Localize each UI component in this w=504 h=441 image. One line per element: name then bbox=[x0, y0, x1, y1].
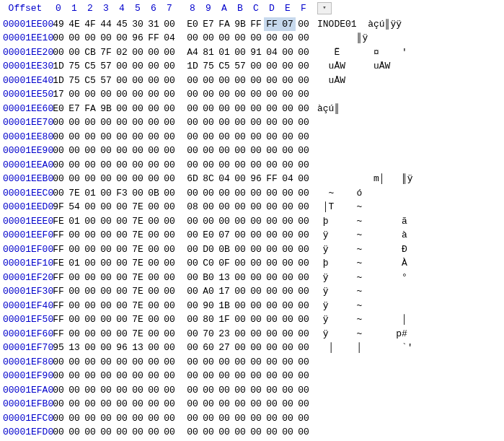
hex-byte[interactable]: 00 bbox=[296, 45, 311, 60]
ascii-cell[interactable]: INODE01 àçú║ÿÿ bbox=[311, 17, 504, 32]
hex-byte[interactable]: 00 bbox=[200, 200, 216, 214]
ascii-cell[interactable]: ÿ ~ Ð bbox=[311, 243, 504, 257]
hex-byte[interactable]: 07 bbox=[216, 228, 232, 243]
hex-byte[interactable]: 00 bbox=[98, 284, 114, 299]
hex-byte[interactable]: 00 bbox=[200, 130, 216, 144]
hex-byte[interactable]: 00 bbox=[66, 271, 82, 285]
hex-byte[interactable]: 00 bbox=[296, 411, 311, 426]
hex-byte[interactable]: 00 bbox=[185, 158, 200, 173]
offset-cell[interactable]: 00001EF50 bbox=[0, 313, 50, 327]
hex-byte[interactable]: 9B bbox=[232, 17, 248, 32]
hex-byte[interactable]: 00 bbox=[232, 425, 248, 440]
hex-byte[interactable]: 7E bbox=[130, 214, 146, 229]
hex-byte[interactable]: 00 bbox=[232, 102, 248, 116]
hex-byte[interactable]: E0 bbox=[50, 102, 66, 116]
hex-byte[interactable]: 00 bbox=[98, 31, 114, 45]
hex-byte[interactable]: B0 bbox=[200, 271, 216, 285]
hex-byte[interactable]: 00 bbox=[114, 158, 130, 173]
hex-byte[interactable]: 00 bbox=[296, 87, 311, 102]
hex-byte[interactable]: 00 bbox=[248, 299, 264, 313]
hex-byte[interactable]: 00 bbox=[114, 271, 130, 285]
hex-byte[interactable]: 00 bbox=[264, 327, 280, 341]
hex-byte[interactable]: 00 bbox=[280, 243, 296, 257]
hex-byte[interactable]: 00 bbox=[248, 228, 264, 243]
hex-byte[interactable]: 00 bbox=[200, 158, 216, 173]
hex-byte[interactable]: 00 bbox=[162, 397, 177, 411]
hex-byte[interactable]: 00 bbox=[146, 341, 162, 355]
hex-byte[interactable]: 00 bbox=[114, 31, 130, 45]
hex-byte[interactable]: 91 bbox=[248, 45, 264, 60]
hex-byte[interactable]: 00 bbox=[146, 397, 162, 411]
hex-byte[interactable]: 04 bbox=[216, 172, 232, 186]
offset-cell[interactable]: 00001EE60 bbox=[0, 102, 50, 116]
hex-byte[interactable]: 4E bbox=[66, 17, 82, 32]
hex-byte[interactable]: 00 bbox=[200, 102, 216, 116]
hex-byte[interactable]: 00 bbox=[296, 271, 311, 285]
hex-byte[interactable]: E7 bbox=[200, 17, 216, 32]
hex-byte[interactable]: 00 bbox=[98, 313, 114, 327]
hex-byte[interactable]: 80 bbox=[200, 313, 216, 327]
hex-byte[interactable]: FF bbox=[50, 228, 66, 243]
hex-byte[interactable]: E7 bbox=[66, 102, 82, 116]
hex-byte[interactable]: 00 bbox=[280, 355, 296, 370]
hex-byte[interactable]: 00 bbox=[146, 411, 162, 426]
hex-byte[interactable]: 00 bbox=[296, 341, 311, 355]
hex-byte[interactable]: 00 bbox=[200, 397, 216, 411]
hex-byte[interactable]: 1D bbox=[50, 59, 66, 74]
hex-byte[interactable]: 00 bbox=[114, 243, 130, 257]
hex-byte[interactable]: 00 bbox=[130, 59, 146, 74]
hex-byte[interactable]: 00 bbox=[162, 383, 177, 398]
hex-byte[interactable]: 00 bbox=[98, 271, 114, 285]
hex-byte[interactable]: 00 bbox=[296, 102, 311, 116]
hex-byte[interactable]: 00 bbox=[232, 411, 248, 426]
ascii-cell[interactable]: ÿ ~ p# bbox=[311, 327, 504, 341]
hex-byte[interactable]: 00 bbox=[185, 243, 200, 257]
hex-byte[interactable]: 00 bbox=[216, 115, 232, 130]
hex-byte[interactable]: 81 bbox=[200, 45, 216, 60]
hex-byte[interactable]: 00 bbox=[162, 256, 177, 271]
hex-byte[interactable]: 00 bbox=[232, 327, 248, 341]
hex-byte[interactable]: 00 bbox=[232, 130, 248, 144]
hex-byte[interactable]: 7E bbox=[130, 284, 146, 299]
hex-byte[interactable]: 00 bbox=[146, 87, 162, 102]
hex-byte[interactable]: 00 bbox=[264, 369, 280, 383]
offset-cell[interactable]: 00001EF60 bbox=[0, 327, 50, 341]
hex-byte[interactable]: 00 bbox=[185, 411, 200, 426]
hex-byte[interactable]: 00 bbox=[248, 200, 264, 214]
hex-byte[interactable]: 7E bbox=[130, 313, 146, 327]
hex-byte[interactable]: 00 bbox=[98, 355, 114, 370]
hex-byte[interactable]: 00 bbox=[185, 214, 200, 229]
offset-cell[interactable]: 00001EE80 bbox=[0, 130, 50, 144]
hex-byte[interactable]: 00 bbox=[232, 200, 248, 214]
hex-byte[interactable]: 7E bbox=[130, 256, 146, 271]
hex-byte[interactable]: 00 bbox=[66, 144, 82, 158]
ascii-cell[interactable] bbox=[311, 115, 504, 130]
hex-byte[interactable]: 00 bbox=[82, 144, 98, 158]
hex-byte[interactable]: 00 bbox=[66, 228, 82, 243]
hex-byte[interactable]: 00 bbox=[232, 284, 248, 299]
hex-byte[interactable]: 00 bbox=[162, 411, 177, 426]
hex-byte[interactable]: 00 bbox=[82, 369, 98, 383]
ascii-cell[interactable] bbox=[311, 355, 504, 370]
hex-byte[interactable]: 00 bbox=[216, 383, 232, 398]
hex-byte[interactable]: 00 bbox=[248, 87, 264, 102]
hex-byte[interactable]: 00 bbox=[200, 214, 216, 229]
hex-byte[interactable]: 00 bbox=[264, 271, 280, 285]
hex-byte[interactable]: 00 bbox=[264, 59, 280, 74]
hex-byte[interactable]: 00 bbox=[146, 59, 162, 74]
hex-byte[interactable]: 00 bbox=[296, 31, 311, 45]
hex-byte[interactable]: 00 bbox=[248, 355, 264, 370]
hex-byte[interactable]: 00 bbox=[264, 115, 280, 130]
hex-byte[interactable]: 00 bbox=[146, 74, 162, 88]
hex-byte[interactable]: 00 bbox=[296, 17, 311, 32]
hex-byte[interactable]: 00 bbox=[146, 102, 162, 116]
hex-byte[interactable]: 00 bbox=[296, 383, 311, 398]
hex-byte[interactable]: C5 bbox=[216, 59, 232, 74]
hex-byte[interactable]: 00 bbox=[200, 144, 216, 158]
hex-byte[interactable]: 00 bbox=[264, 411, 280, 426]
hex-byte[interactable]: 00 bbox=[264, 228, 280, 243]
hex-byte[interactable]: FF bbox=[50, 299, 66, 313]
hex-byte[interactable]: 00 bbox=[200, 186, 216, 201]
hex-byte[interactable]: 00 bbox=[200, 425, 216, 440]
hex-byte[interactable]: 00 bbox=[248, 243, 264, 257]
